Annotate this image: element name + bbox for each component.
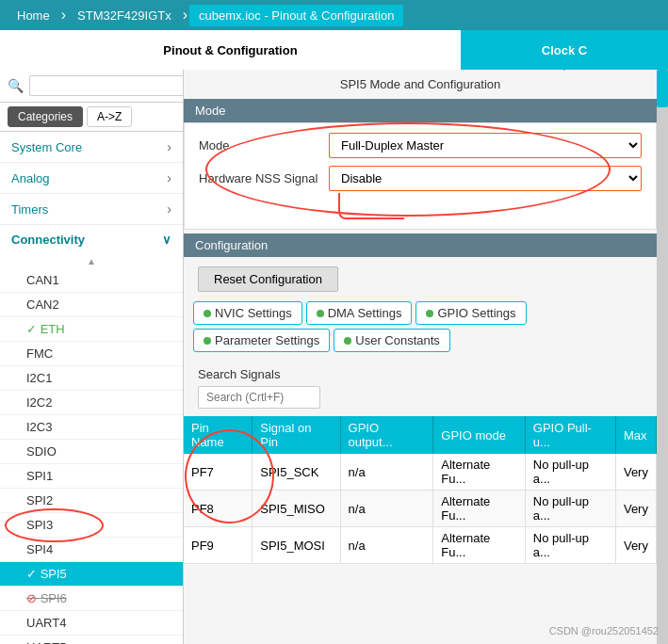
- scroll-thumb[interactable]: [657, 70, 668, 107]
- gpio-dot: [426, 310, 433, 317]
- tab-clock[interactable]: Clock C: [461, 30, 668, 70]
- tab-pinout[interactable]: Pinout & Configuration: [0, 30, 461, 70]
- search-signals-label: Search Signals: [198, 367, 643, 381]
- sidebar-item-spi1[interactable]: SPI1: [0, 464, 183, 489]
- mode-section: Mode Full-Duplex Master Hardware NSS Sig…: [184, 122, 657, 230]
- search-signals-area: Search Signals: [184, 360, 657, 416]
- content-scrollbar[interactable]: [657, 70, 668, 644]
- dma-dot: [317, 310, 324, 317]
- config-section-header: Configuration: [184, 233, 657, 257]
- cell-max: Very: [615, 527, 656, 564]
- tab-nvic-settings[interactable]: NVIC Settings: [193, 301, 302, 325]
- signals-table: Pin Name Signal on Pin GPIO output... GP…: [184, 416, 657, 564]
- breadcrumb-sep-1: ›: [61, 7, 66, 24]
- cell-signal: SPI5_MOSI: [253, 527, 340, 564]
- tab-user-constants[interactable]: User Constants: [334, 329, 450, 352]
- sidebar-item-fmc[interactable]: FMC: [0, 342, 183, 366]
- nss-select[interactable]: Disable: [329, 166, 642, 191]
- col-max: Max: [615, 416, 656, 454]
- nss-label: Hardware NSS Signal: [199, 171, 321, 185]
- table-header-row: Pin Name Signal on Pin GPIO output... GP…: [184, 416, 657, 454]
- col-signal-on-pin: Signal on Pin: [253, 416, 340, 454]
- sidebar-item-sdio[interactable]: SDIO: [0, 440, 183, 464]
- sidebar-item-i2c2[interactable]: I2C2: [0, 391, 183, 415]
- tab-parameter-settings[interactable]: Parameter Settings: [193, 329, 330, 352]
- tab-arrow: [555, 63, 574, 71]
- mode-select[interactable]: Full-Duplex Master: [329, 133, 642, 158]
- sidebar-item-uart4[interactable]: UART4: [0, 611, 183, 636]
- cell-gpio-pull: No pull-up a...: [525, 454, 615, 491]
- sidebar-connectivity-section: Connectivity ∨ ▲ CAN1 CAN2 ✓ ETH: [0, 225, 183, 644]
- search-input[interactable]: [29, 75, 184, 96]
- breadcrumb: Home › STM32F429IGTx › cubemx.ioc - Pino…: [0, 0, 668, 30]
- tab-az[interactable]: A->Z: [87, 106, 132, 127]
- sidebar-item-can1[interactable]: CAN1: [0, 268, 183, 293]
- sidebar-item-timers[interactable]: Timers ›: [0, 194, 183, 225]
- settings-tabs-row2: Parameter Settings User Constants: [184, 329, 657, 352]
- cell-pin-name: PF8: [184, 491, 253, 527]
- nvic-dot: [204, 310, 211, 317]
- col-gpio-mode: GPIO mode: [433, 416, 526, 454]
- reset-configuration-button[interactable]: Reset Configuration: [198, 266, 338, 292]
- content-area: SPI5 Mode and Configuration Mode Mode Fu…: [184, 70, 657, 644]
- cell-max: Very: [615, 491, 656, 527]
- table-row[interactable]: PF9 SPI5_MOSI n/a Alternate Fu... No pul…: [184, 527, 657, 564]
- sidebar-item-i2c3[interactable]: I2C3: [0, 415, 183, 440]
- col-gpio-output: GPIO output...: [340, 416, 433, 454]
- scroll-up-indicator: ▲: [0, 254, 183, 268]
- mode-section-header: Mode: [184, 99, 657, 122]
- cell-gpio-out: n/a: [340, 491, 433, 527]
- chevron-down-icon: ∨: [162, 233, 171, 247]
- sidebar-item-spi3[interactable]: SPI3: [0, 513, 183, 538]
- breadcrumb-sep-2: ›: [183, 7, 187, 24]
- cell-gpio-out: n/a: [340, 454, 433, 491]
- sidebar-item-spi2[interactable]: SPI2: [0, 489, 183, 513]
- annotation-line: [338, 193, 404, 219]
- sidebar-item-connectivity[interactable]: Connectivity ∨: [0, 225, 183, 254]
- cell-pin-name: PF9: [184, 527, 253, 564]
- cell-gpio-mode: Alternate Fu...: [433, 454, 526, 491]
- main-layout: 🔍 ⚙ Categories A->Z System Core › Analog…: [0, 70, 668, 644]
- sidebar: 🔍 ⚙ Categories A->Z System Core › Analog…: [0, 70, 184, 644]
- sidebar-item-can2[interactable]: CAN2: [0, 293, 183, 317]
- search-signals-input[interactable]: [198, 386, 320, 409]
- settings-tabs: NVIC Settings DMA Settings GPIO Settings: [184, 301, 657, 325]
- sidebar-item-spi6[interactable]: ⊘ SPI6: [0, 587, 183, 611]
- table-row[interactable]: PF8 SPI5_MISO n/a Alternate Fu... No pul…: [184, 491, 657, 527]
- nss-row: Hardware NSS Signal Disable: [199, 166, 642, 191]
- user-dot: [344, 337, 351, 345]
- sidebar-item-spi5[interactable]: ✓ SPI5: [0, 562, 183, 587]
- sidebar-tabs: Categories A->Z: [0, 103, 183, 132]
- cell-gpio-pull: No pull-up a...: [525, 527, 615, 564]
- tab-categories[interactable]: Categories: [8, 106, 83, 127]
- config-title: SPI5 Mode and Configuration: [184, 70, 657, 99]
- cell-gpio-out: n/a: [340, 527, 433, 564]
- chevron-right-icon-analog: ›: [167, 170, 171, 185]
- breadcrumb-current[interactable]: cubemx.ioc - Pinout & Configuration: [189, 5, 403, 26]
- sidebar-item-spi4[interactable]: SPI4: [0, 538, 183, 562]
- sidebar-item-system-core[interactable]: System Core ›: [0, 132, 183, 163]
- chevron-right-icon: ›: [167, 139, 171, 154]
- mode-label: Mode: [199, 138, 321, 153]
- breadcrumb-device[interactable]: STM32F429IGTx: [68, 5, 181, 26]
- sidebar-item-i2c1[interactable]: I2C1: [0, 366, 183, 391]
- sidebar-item-uart5[interactable]: UART5: [0, 636, 183, 644]
- cell-pin-name: PF7: [184, 454, 253, 491]
- tab-dma-settings[interactable]: DMA Settings: [306, 301, 413, 325]
- sidebar-item-analog[interactable]: Analog ›: [0, 163, 183, 194]
- cell-max: Very: [615, 454, 656, 491]
- cell-gpio-mode: Alternate Fu...: [433, 491, 526, 527]
- col-gpio-pull: GPIO Pull-u...: [525, 416, 615, 454]
- cell-signal: SPI5_MISO: [253, 491, 340, 527]
- watermark: CSDN @rou252051452: [549, 625, 659, 636]
- cell-signal: SPI5_SCK: [253, 454, 340, 491]
- sidebar-item-eth[interactable]: ✓ ETH: [0, 317, 183, 342]
- header-tabs: Pinout & Configuration Clock C: [0, 30, 668, 70]
- table-row[interactable]: PF7 SPI5_SCK n/a Alternate Fu... No pull…: [184, 454, 657, 491]
- sidebar-search-area: 🔍 ⚙: [0, 70, 183, 103]
- breadcrumb-home[interactable]: Home: [8, 5, 59, 26]
- tab-gpio-settings[interactable]: GPIO Settings: [415, 301, 526, 325]
- param-dot: [204, 337, 211, 345]
- cell-gpio-pull: No pull-up a...: [525, 491, 615, 527]
- mode-row: Mode Full-Duplex Master: [199, 133, 642, 158]
